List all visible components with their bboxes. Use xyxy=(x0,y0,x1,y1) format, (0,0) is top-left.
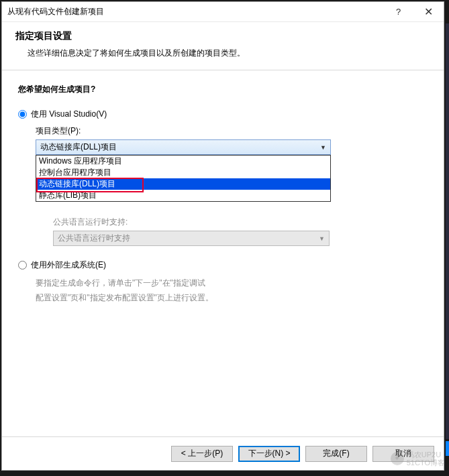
project-type-label: 项目类型(P): xyxy=(36,125,428,137)
external-hint: 要指定生成命令行，请单击"下一步"在"指定调试 配置设置"页和"指定发布配置设置… xyxy=(36,276,428,305)
edge-accent xyxy=(446,441,449,456)
clr-block: 公共语言运行时支持: 公共语言运行时支持 ▼ xyxy=(36,217,428,246)
cancel-button[interactable]: 取消 xyxy=(372,446,434,462)
project-type-combo[interactable]: 动态链接库(DLL)项目 ▼ xyxy=(36,139,331,155)
chevron-down-icon: ▼ xyxy=(320,144,326,151)
header-section: 指定项目设置 这些详细信息决定了将如何生成项目以及所创建的项目类型。 xyxy=(2,22,444,70)
finish-button[interactable]: 完成(F) xyxy=(305,446,367,462)
radio-external-build[interactable]: 使用外部生成系统(E) xyxy=(18,259,428,271)
titlebar: 从现有代码文件创建新项目 ? ✕ xyxy=(2,2,444,22)
radio-visual-studio[interactable]: 使用 Visual Studio(V) xyxy=(18,109,428,120)
header-desc: 这些详细信息决定了将如何生成项目以及所创建的项目类型。 xyxy=(15,48,430,59)
footer-buttons: < 上一步(P) 下一步(N) > 完成(F) 取消 xyxy=(2,436,444,470)
dropdown-item[interactable]: Windows 应用程序项目 xyxy=(36,156,330,167)
vs-options-block: 项目类型(P): 动态链接库(DLL)项目 ▼ Windows 应用程序项目 控… xyxy=(36,125,428,246)
clr-combo-disabled: 公共语言运行时支持 ▼ xyxy=(53,231,330,246)
dialog-window: 从现有代码文件创建新项目 ? ✕ 指定项目设置 这些详细信息决定了将如何生成项目… xyxy=(1,1,444,471)
prev-button[interactable]: < 上一步(P) xyxy=(171,446,233,462)
build-question: 您希望如何生成项目? xyxy=(18,84,428,95)
window-title: 从现有代码文件创建新项目 xyxy=(7,6,383,17)
radio-external-label: 使用外部生成系统(E) xyxy=(31,259,106,271)
edge-decoration xyxy=(446,23,449,439)
dropdown-item[interactable]: 控制台应用程序项目 xyxy=(36,167,330,178)
combo-selected-text: 动态链接库(DLL)项目 xyxy=(40,141,117,153)
dropdown-item-selected[interactable]: 动态链接库(DLL)项目 xyxy=(36,178,330,190)
radio-vs-input[interactable] xyxy=(18,110,27,119)
header-title: 指定项目设置 xyxy=(15,30,430,42)
close-button[interactable]: ✕ xyxy=(413,2,444,21)
radio-external-input[interactable] xyxy=(18,261,27,270)
hint-line-1: 要指定生成命令行，请单击"下一步"在"指定调试 xyxy=(36,276,428,291)
clr-combo-text: 公共语言运行时支持 xyxy=(58,233,130,244)
clr-label: 公共语言运行时支持: xyxy=(53,217,428,228)
project-type-combo-wrap: 动态链接库(DLL)项目 ▼ Windows 应用程序项目 控制台应用程序项目 … xyxy=(36,139,428,155)
clr-inner: 公共语言运行时支持: 公共语言运行时支持 ▼ xyxy=(53,217,428,246)
titlebar-buttons: ? ✕ xyxy=(383,2,444,21)
radio-vs-label: 使用 Visual Studio(V) xyxy=(31,109,107,120)
project-type-dropdown: Windows 应用程序项目 控制台应用程序项目 动态链接库(DLL)项目 静态… xyxy=(36,155,331,202)
next-button[interactable]: 下一步(N) > xyxy=(238,446,300,462)
dropdown-item[interactable]: 静态库(LIB)项目 xyxy=(36,190,330,201)
chevron-down-icon: ▼ xyxy=(319,235,325,242)
content-area: 您希望如何生成项目? 使用 Visual Studio(V) 项目类型(P): … xyxy=(2,70,444,436)
help-button[interactable]: ? xyxy=(383,2,413,21)
hint-line-2: 配置设置"页和"指定发布配置设置"页上进行设置。 xyxy=(36,291,428,306)
